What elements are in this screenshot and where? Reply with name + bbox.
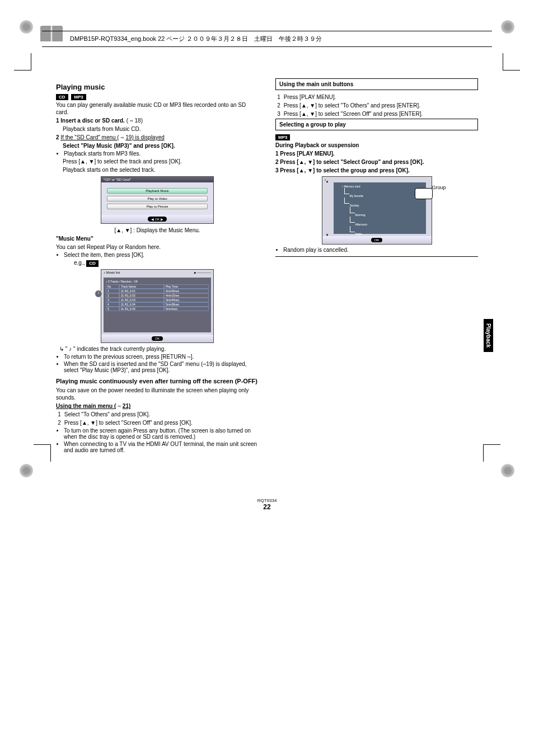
crop-mark <box>34 444 51 462</box>
mainmenu-title: Using the main menu ( <box>56 403 116 409</box>
mainmenu-ref: 21) <box>123 403 130 409</box>
step-num: 2 <box>275 102 282 109</box>
step1-paren: ( <box>127 118 128 124</box>
right-arrow-icon: ⇨ <box>130 118 133 124</box>
file-header: DMPB15P-RQT9334_eng.book 22 ページ ２００９年３月２… <box>42 31 492 47</box>
badge-cd: CD <box>56 94 68 100</box>
step1-note: Playback starts from Music CD. <box>56 125 259 133</box>
box1-s2: Press [▲, ▼] to select "To Others" and p… <box>284 102 420 109</box>
group-label: Group <box>432 185 446 190</box>
bullet-mp3: Playback starts from MP3 files. <box>64 151 259 157</box>
menu-screen-title: "CD" or "SD Card" <box>101 177 213 182</box>
crop-mark <box>503 53 520 71</box>
r-s1n: 1 <box>275 151 279 157</box>
step1-ref: 18) <box>135 118 143 124</box>
subsection-screenoff: Playing music continuously even after tu… <box>56 378 259 384</box>
step-b: Press [▲, ▼] to select "Screen Off" and … <box>64 420 193 426</box>
step2-ref: 19) is displayed <box>125 134 164 140</box>
menu-item: Playback Music <box>107 188 208 194</box>
box1-title: Using the main unit buttons <box>279 81 353 87</box>
r-s3: Press [▲, ▼] to select the group and pre… <box>280 167 410 173</box>
step2-note: Playback starts on the selected track. <box>56 166 259 173</box>
nav-indicator-icon: OK <box>371 238 383 242</box>
step-2: 2 <box>56 419 63 426</box>
doc-ref: RQT9334 <box>257 498 277 503</box>
popup-title: Music list <box>106 271 120 274</box>
step-a: Select "To Others" and press [OK]. <box>64 411 150 417</box>
badge-cd: CD <box>86 260 99 267</box>
badge-mp3: MP3 <box>275 134 290 140</box>
menu-screen: "CD" or "SD Card" Playback Music Play to… <box>101 176 214 224</box>
section-title: Playing music <box>56 83 259 91</box>
step-num: 3 <box>275 110 282 118</box>
group-callout-icon <box>415 188 433 199</box>
step1-num: 1 <box>56 118 59 124</box>
nav-indicator-icon: OK <box>152 336 163 341</box>
step2-intro: If the "SD Card" menu ( <box>60 134 119 140</box>
menu-arrows: [▲, ▼] : Displays the Music Menu. <box>56 227 259 234</box>
box1-s1: Press [PLAY MENU]. <box>284 94 336 100</box>
divider <box>275 256 478 257</box>
crop-mark <box>483 444 500 462</box>
bullet-sdcard: When the SD card is inserted and the "SD… <box>64 361 259 373</box>
step1-title: Insert a disc or SD card. <box>60 118 125 124</box>
box1-s3: Press [▲, ▼] to select "Screen Off" and … <box>284 111 423 117</box>
menu-item: Play to Picture <box>107 204 208 209</box>
menu-item: Play to Video <box>107 196 208 201</box>
eg-prefix: e.g., <box>74 260 86 266</box>
r-s2n: 2 <box>275 159 279 165</box>
select-group-box: Selecting a group to play <box>275 119 478 130</box>
bullet-select: Select the item, then press [OK]. <box>64 252 259 258</box>
step2-cont: Press [▲, ▼] to select the track and pre… <box>56 158 259 165</box>
r-s2: Press [▲, ▼] to select "Select Group" an… <box>280 159 424 165</box>
playing-label: " ♪ " indicates the track currently play… <box>65 346 166 352</box>
track-table: ♪ 5 Tracks / Random : Off NoTrack NamePl… <box>104 278 211 332</box>
screenoff-text: You can save on the power needed to illu… <box>56 387 259 401</box>
r-s1: Press [PLAY MENU]. <box>280 151 334 157</box>
unit-buttons-box: Using the main unit buttons <box>275 78 478 90</box>
bullet-return: To return to the previous screen, press … <box>64 354 259 360</box>
step2-num: 2 <box>56 134 59 140</box>
side-tab: Playback <box>484 319 493 352</box>
intro-text: You can play generally available music C… <box>56 101 259 116</box>
step-num: 1 <box>275 93 282 101</box>
page-number: 22 <box>263 503 270 511</box>
step2-bold: Select "Play Music (MP3)" and press [OK]… <box>63 143 175 149</box>
group-tree-screen: ♪ ▲ ▼ ♪ Memory card My favorite Sunday M… <box>322 176 432 245</box>
step-1: 1 <box>56 411 63 418</box>
corner-icon-tr <box>501 20 514 34</box>
music-list-screen: ♪ Music list ▶ ─────── ♪ 5 Tracks / Rand… <box>101 269 214 343</box>
right-arrow-icon: ⇨ <box>121 134 124 140</box>
r-s3n: 3 <box>275 167 279 173</box>
badge-mp3: MP3 <box>71 94 86 100</box>
crop-mark <box>14 53 31 71</box>
corner-icon-tl <box>20 20 33 34</box>
music-menu-title: "Music Menu" <box>56 236 93 242</box>
note1: To turn on the screen again Press any bu… <box>64 428 259 440</box>
r-intro: During Playback or suspension <box>275 142 359 148</box>
nav-indicator-icon: ◀ OK ▶ <box>148 217 167 222</box>
music-intro: You can set Repeat Play or Random here. <box>56 243 259 251</box>
bullet-random-cancel: Random play is cancelled. <box>283 247 478 253</box>
note2: When connecting to a TV via the HDMI AV … <box>64 441 259 453</box>
box2-title: Selecting a group to play <box>279 121 346 128</box>
